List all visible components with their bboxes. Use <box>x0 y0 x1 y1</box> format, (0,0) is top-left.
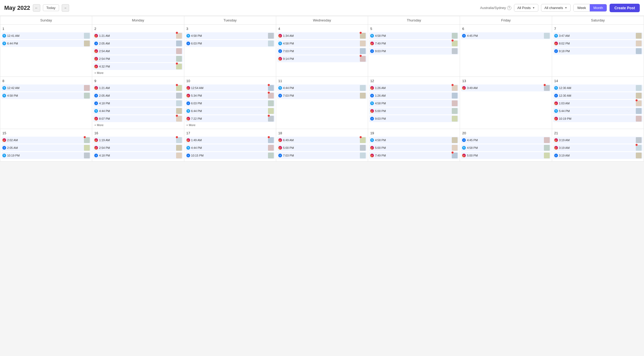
instagram-icon: ● <box>94 34 98 38</box>
event-item[interactable]: f2:05 AM <box>93 40 183 47</box>
event-item[interactable]: f7:03 PM <box>277 152 367 159</box>
create-post-button[interactable]: Create Post <box>610 4 640 12</box>
event-item[interactable]: ●5:00 PM <box>369 144 459 151</box>
event-item[interactable]: f4:18 PM <box>93 152 183 159</box>
event-item[interactable]: f9:03 PM <box>369 115 459 122</box>
calendar-day-cell: 2●1:21 AMf2:05 AM●2:54 AM●2:54 PM●4:32 P… <box>92 25 184 77</box>
event-item[interactable]: 𝕏4:44 PM <box>185 144 275 151</box>
event-item[interactable]: 𝕏6:44 PM <box>185 108 275 114</box>
event-item[interactable]: ●1:21 AM <box>93 84 183 91</box>
event-item[interactable]: f4:45 PM <box>461 32 551 39</box>
event-item[interactable]: f7:03 PM <box>277 92 367 99</box>
event-time: 4:18 PM <box>99 154 175 157</box>
event-item[interactable]: ●5:34 PM <box>185 92 275 99</box>
event-item[interactable]: 𝕏4:58 PM <box>369 137 459 144</box>
event-item[interactable]: f7:03 PM <box>277 48 367 55</box>
event-item[interactable]: ●12:54 AM <box>185 84 275 91</box>
event-item[interactable]: ●7:22 PM <box>185 115 275 122</box>
event-item[interactable]: ●7:49 PM <box>369 40 459 47</box>
event-time: 5:44 PM <box>559 109 635 113</box>
event-time: 6:03 PM <box>191 42 267 45</box>
event-time: 1:26 AM <box>375 94 451 97</box>
event-item[interactable]: ●3:19 AM <box>553 144 643 151</box>
event-item[interactable]: ●10:19 PM <box>553 115 643 122</box>
event-item[interactable]: 𝕏3:47 AM <box>553 32 643 39</box>
week-view-button[interactable]: Week <box>574 4 590 11</box>
event-item[interactable]: f2:05 AM <box>93 92 183 99</box>
event-time: 7:49 PM <box>375 42 451 45</box>
event-item[interactable]: ●5:00 PM <box>461 152 551 159</box>
event-item[interactable]: 𝕏12:42 AM <box>1 84 91 91</box>
event-item[interactable]: ●2:54 PM <box>93 144 183 151</box>
timezone-display: Australia/Sydney ? <box>480 6 511 10</box>
event-item[interactable]: f1:26 AM <box>369 92 459 99</box>
event-item[interactable]: ●1:26 AM <box>369 84 459 91</box>
event-item[interactable]: f3:19 AM <box>553 152 643 159</box>
more-events-button[interactable]: + More <box>93 71 105 75</box>
event-item[interactable]: 𝕏4:44 PM <box>277 84 367 91</box>
all-posts-dropdown[interactable]: All Posts ▼ <box>514 4 538 12</box>
event-item[interactable]: 𝕏6:44 PM <box>1 40 91 47</box>
calendar-day-cell: 21●3:19 AM●3:19 AMf3:19 AM <box>552 129 644 162</box>
event-item[interactable]: ●1:03 AM <box>553 100 643 107</box>
event-thumbnail <box>268 33 274 39</box>
event-time: 1:49 AM <box>191 139 267 142</box>
event-item[interactable]: ●6:49 AM <box>277 137 367 144</box>
event-item[interactable]: ●5:00 PM <box>369 108 459 114</box>
event-item[interactable]: 𝕏4:58 PM <box>1 92 91 99</box>
event-item[interactable]: 𝕏5:44 PM <box>553 108 643 114</box>
event-item[interactable]: f4:18 PM <box>93 100 183 107</box>
event-item[interactable]: ●9:14 PM <box>277 55 367 62</box>
all-channels-dropdown[interactable]: All channels ▼ <box>541 4 571 12</box>
event-item[interactable]: 𝕏4:58 PM <box>185 32 275 39</box>
twitter-icon: 𝕏 <box>554 86 558 90</box>
day-number: 20 <box>461 131 551 136</box>
event-item[interactable]: ●8:02 PM <box>553 40 643 47</box>
event-thumbnail <box>636 116 642 122</box>
event-item[interactable]: 𝕏4:58 PM <box>277 40 367 47</box>
event-item[interactable]: ●4:32 PM <box>93 63 183 70</box>
event-item[interactable]: 𝕏4:58 PM <box>369 32 459 39</box>
event-item[interactable]: ●1:34 AM <box>277 32 367 39</box>
event-item[interactable]: 𝕏12:30 AM <box>553 84 643 91</box>
event-time: 10:19 PM <box>7 154 83 157</box>
more-events-button[interactable]: + More <box>185 123 197 127</box>
event-item[interactable]: 𝕏4:58 PM <box>369 100 459 107</box>
event-item[interactable]: ●8:07 PM <box>93 115 183 122</box>
prev-month-button[interactable]: ← <box>33 4 40 12</box>
event-thumbnail <box>636 48 642 54</box>
event-item[interactable]: ●3:49 AM <box>461 84 551 91</box>
event-time: 6:49 AM <box>283 139 359 142</box>
event-time: 5:34 PM <box>191 94 267 97</box>
event-item[interactable]: ●7:49 PM <box>369 152 459 159</box>
event-item[interactable]: ●1:21 AM <box>93 32 183 39</box>
facebook-icon: f <box>186 154 190 157</box>
event-time: 1:21 AM <box>99 34 175 37</box>
timezone-help-icon[interactable]: ? <box>507 6 511 10</box>
more-events-button[interactable]: + More <box>93 123 105 127</box>
event-item[interactable]: ●2:54 PM <box>93 55 183 62</box>
event-item[interactable]: ●1:49 AM <box>185 137 275 144</box>
event-item[interactable]: 𝕏10:19 PM <box>1 152 91 159</box>
event-item[interactable]: ●2:02 AM <box>1 137 91 144</box>
event-item[interactable]: f4:45 PM <box>461 137 551 144</box>
today-button[interactable]: Today <box>43 5 59 11</box>
twitter-icon: 𝕏 <box>370 34 374 38</box>
event-item[interactable]: f6:03 PM <box>185 40 275 47</box>
event-item[interactable]: f12:30 AM <box>553 92 643 99</box>
event-item[interactable]: f2:05 AM <box>1 144 91 151</box>
event-item[interactable]: 𝕏12:41 AM <box>1 32 91 39</box>
event-item[interactable]: ●1:19 AM <box>93 137 183 144</box>
event-item[interactable]: ●3:19 AM <box>553 137 643 144</box>
event-item[interactable]: f10:15 PM <box>185 152 275 159</box>
event-item[interactable]: f9:03 PM <box>369 48 459 55</box>
event-item[interactable]: ●2:54 AM <box>93 48 183 55</box>
event-item[interactable]: ●5:00 PM <box>277 144 367 151</box>
month-view-button[interactable]: Month <box>590 4 607 11</box>
bell-badge <box>635 144 638 146</box>
event-item[interactable]: f6:03 PM <box>185 100 275 107</box>
event-item[interactable]: f9:18 PM <box>553 48 643 55</box>
event-item[interactable]: 𝕏4:58 PM <box>461 144 551 151</box>
next-month-button[interactable]: → <box>62 4 69 12</box>
event-item[interactable]: 𝕏4:44 PM <box>93 108 183 114</box>
